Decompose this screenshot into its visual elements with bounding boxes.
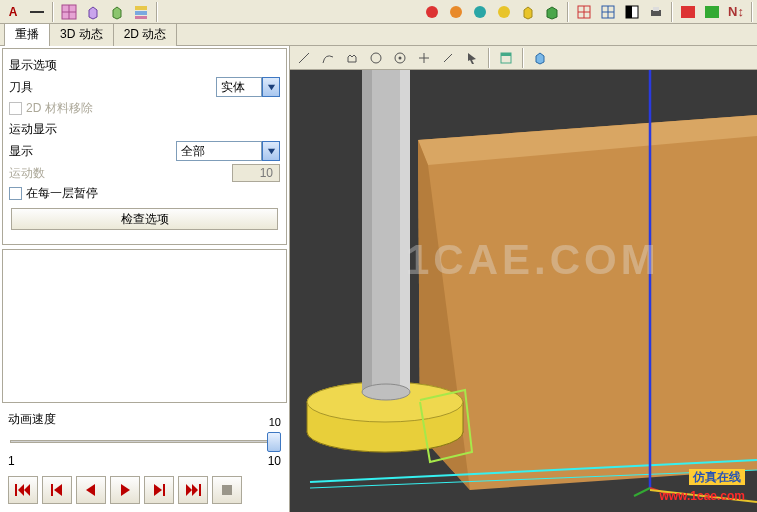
separator	[567, 2, 569, 22]
tool-cube-green-icon[interactable]	[541, 1, 563, 23]
svg-point-11	[498, 6, 510, 18]
tool-dropdown[interactable]: 实体	[216, 77, 280, 97]
next-frame-button[interactable]	[144, 476, 174, 504]
material-2d-label: 2D 材料移除	[26, 100, 93, 117]
site-tag: 仿真在线 www.1cae.com	[659, 468, 745, 504]
svg-line-39	[299, 53, 309, 63]
tool-measure-icon[interactable]: N↕	[725, 1, 747, 23]
last-button[interactable]	[178, 476, 208, 504]
play-forward-button[interactable]	[110, 476, 140, 504]
svg-marker-32	[121, 484, 130, 496]
svg-marker-24	[267, 84, 274, 89]
display-label: 显示	[9, 143, 33, 160]
svg-marker-13	[547, 7, 557, 19]
nav-target-icon[interactable]	[390, 48, 410, 68]
tool-cube2-icon[interactable]	[106, 1, 128, 23]
svg-rect-37	[199, 484, 201, 496]
play-reverse-icon	[83, 483, 99, 497]
svg-marker-12	[524, 7, 532, 19]
nav-line-icon[interactable]	[294, 48, 314, 68]
tool-dropdown-toggle[interactable]	[262, 77, 280, 97]
slider-max-top-label: 10	[269, 416, 281, 428]
svg-point-42	[399, 56, 402, 59]
tool-sphere-teal-icon[interactable]	[469, 1, 491, 23]
tool-print-icon[interactable]	[645, 1, 667, 23]
slider-min-label: 1	[8, 454, 15, 468]
nav-curve-icon[interactable]	[318, 48, 338, 68]
speed-slider[interactable]: 10	[8, 430, 281, 456]
tool-label: 刀具	[9, 79, 33, 96]
tool-cube-yellow-icon[interactable]	[517, 1, 539, 23]
checkbox-icon	[9, 187, 22, 200]
pause-each-layer-checkbox[interactable]: 在每一层暂停	[9, 185, 98, 202]
top-toolbar: A N↕	[0, 0, 757, 24]
display-dropdown[interactable]: 全部	[176, 141, 280, 161]
left-panel: 显示选项 刀具 实体 2D 材料移除 运动显示 显示	[0, 46, 290, 512]
tab-strip: 重播 3D 动态 2D 动态	[0, 24, 757, 46]
svg-point-9	[450, 6, 462, 18]
separator	[156, 2, 158, 22]
material-2d-checkbox[interactable]: 2D 材料移除	[9, 100, 93, 117]
prev-frame-button[interactable]	[42, 476, 72, 504]
check-options-button[interactable]: 检查选项	[11, 208, 278, 230]
step-forward-icon	[151, 483, 167, 497]
nav-hand-icon[interactable]	[342, 48, 362, 68]
svg-line-45	[444, 54, 452, 62]
tool-layers-icon[interactable]	[130, 1, 152, 23]
tool-mesh-blue-icon[interactable]	[597, 1, 619, 23]
svg-rect-21	[626, 6, 632, 18]
nav-cursor-icon[interactable]	[462, 48, 482, 68]
tool-bw-icon[interactable]	[621, 1, 643, 23]
svg-point-61	[362, 384, 410, 400]
nav-plus-icon[interactable]	[414, 48, 434, 68]
svg-rect-7	[135, 16, 147, 19]
stop-icon	[219, 483, 235, 497]
motion-count-row: 运动数 10	[9, 164, 280, 182]
tool-dash-icon[interactable]	[26, 1, 48, 23]
svg-marker-49	[536, 53, 544, 64]
slider-thumb[interactable]	[267, 432, 281, 452]
nav-cube-icon[interactable]	[530, 48, 550, 68]
nav-window-icon[interactable]	[496, 48, 516, 68]
tool-red-icon[interactable]	[677, 1, 699, 23]
svg-marker-28	[24, 484, 30, 496]
tool-sphere-yellow-icon[interactable]	[493, 1, 515, 23]
stop-button[interactable]	[212, 476, 242, 504]
slider-track	[10, 440, 279, 443]
svg-rect-59	[362, 70, 372, 392]
tool-green-icon[interactable]	[701, 1, 723, 23]
display-dropdown-toggle[interactable]	[262, 141, 280, 161]
main-area: 显示选项 刀具 实体 2D 材料移除 运动显示 显示	[0, 46, 757, 512]
tool-row: 刀具 实体	[9, 77, 280, 97]
tool-text-icon[interactable]: A	[2, 1, 24, 23]
play-icon	[117, 483, 133, 497]
motion-count-label: 运动数	[9, 165, 45, 182]
tab-3d-dynamic[interactable]: 3D 动态	[49, 23, 114, 46]
separator	[522, 48, 524, 68]
first-button[interactable]	[8, 476, 38, 504]
tool-cube1-icon[interactable]	[82, 1, 104, 23]
nav-circle-icon[interactable]	[366, 48, 386, 68]
nav-diag-icon[interactable]	[438, 48, 458, 68]
tool-sphere-red-icon[interactable]	[421, 1, 443, 23]
skip-end-icon	[185, 483, 201, 497]
tool-sphere-orange-icon[interactable]	[445, 1, 467, 23]
svg-point-40	[371, 53, 381, 63]
tab-replay[interactable]: 重播	[4, 23, 50, 46]
tool-dropdown-value: 实体	[216, 77, 262, 97]
svg-rect-60	[400, 70, 410, 392]
chevron-down-icon	[267, 147, 276, 156]
motion-count-value: 10	[232, 164, 280, 182]
properties-box: 显示选项 刀具 实体 2D 材料移除 运动显示 显示	[2, 48, 287, 245]
tool-grid-icon[interactable]	[58, 1, 80, 23]
tool-mesh-red-icon[interactable]	[573, 1, 595, 23]
animation-speed-block: 动画速度 10 1 10	[0, 405, 289, 472]
slider-max-label: 10	[268, 454, 281, 468]
viewport-3d[interactable]: 1CAE.COM 仿真在线 www.1cae.com	[290, 70, 757, 512]
play-back-button[interactable]	[76, 476, 106, 504]
viewport-toolstrip	[290, 46, 757, 70]
svg-marker-31	[86, 484, 95, 496]
svg-rect-38	[222, 485, 232, 495]
tab-2d-dynamic[interactable]: 2D 动态	[113, 23, 178, 46]
checkbox-icon	[9, 102, 22, 115]
